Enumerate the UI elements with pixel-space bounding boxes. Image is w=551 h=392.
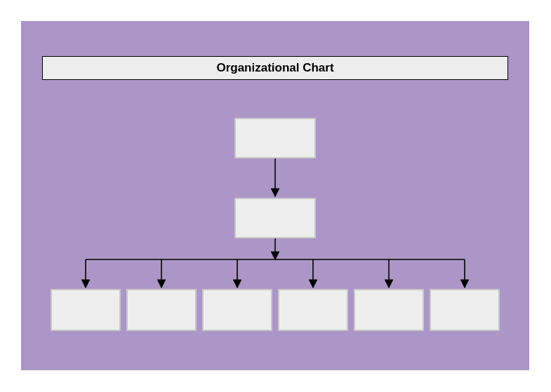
org-node-leaf-4	[278, 289, 348, 331]
org-node-leaf-1	[51, 289, 121, 331]
chart-title: Organizational Chart	[42, 56, 508, 80]
org-node-mid	[234, 198, 316, 238]
org-node-leaf-2	[126, 289, 197, 331]
chart-title-text: Organizational Chart	[216, 61, 333, 75]
org-node-leaf-5	[354, 289, 424, 331]
org-node-root	[234, 118, 316, 158]
diagram-canvas: Organizational Chart	[21, 21, 529, 370]
org-node-leaf-6	[430, 289, 500, 331]
org-node-leaf-3	[202, 289, 272, 331]
